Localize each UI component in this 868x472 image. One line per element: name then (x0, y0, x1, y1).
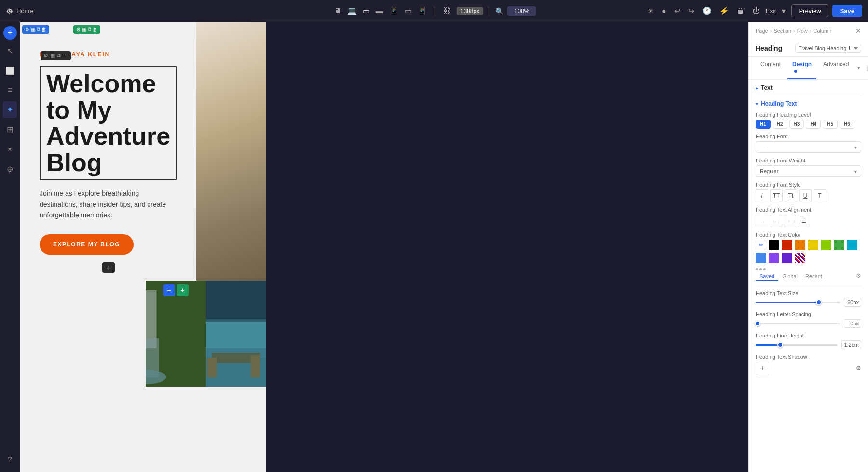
close-panel-button[interactable]: ✕ (855, 27, 861, 35)
tab-content[interactable]: Content (756, 57, 786, 79)
color-swatch-yellow[interactable] (808, 240, 818, 250)
history-icon[interactable]: 🕐 (700, 4, 714, 17)
row-delete-icon[interactable]: 🗑 (93, 27, 97, 32)
section-layout-icon[interactable]: ▦ (31, 27, 35, 32)
heading-font-dropdown[interactable]: — ▾ (756, 141, 861, 153)
add-element-button[interactable]: + (3, 26, 17, 40)
color-swatch-blue[interactable] (756, 253, 766, 263)
sidebar-icon-widget[interactable]: ⊞ (3, 121, 17, 138)
shadow-settings-icon[interactable]: ⚙ (856, 365, 861, 372)
heading-font-weight-dropdown[interactable]: Regular ▾ (756, 165, 861, 177)
row-layout-icon[interactable]: ▦ (82, 27, 86, 32)
undo-icon[interactable]: ↩ (672, 4, 682, 17)
sidebar-icon-lines[interactable]: ≡ (4, 82, 16, 98)
color-swatch-teal[interactable] (847, 240, 857, 250)
heading-text-section-header[interactable]: ▾ Heading Text (756, 100, 861, 107)
text-shadow-add-button[interactable]: + (756, 362, 769, 375)
heading-level-h4[interactable]: H4 (806, 120, 821, 129)
theme-toggle[interactable]: ● (660, 5, 668, 17)
htb-grid-icon[interactable]: ▦ (50, 53, 55, 59)
letter-spacing-slider-thumb[interactable] (755, 321, 760, 326)
fullscreen-button[interactable]: ⬜ (864, 63, 868, 73)
line-height-slider-track[interactable] (756, 344, 838, 346)
desktop-wide-icon[interactable]: ▭ (361, 4, 372, 17)
color-swatch-red[interactable] (782, 240, 792, 250)
sidebar-icon-pointer[interactable]: ↖ (3, 42, 17, 59)
color-swatch-green[interactable] (834, 240, 844, 250)
text-size-slider-track[interactable] (756, 302, 840, 303)
line-height-slider-thumb[interactable] (777, 342, 783, 348)
redo-icon[interactable]: ↪ (686, 4, 696, 17)
breadcrumb-section[interactable]: Section (773, 28, 791, 34)
preview-button[interactable]: Preview (791, 4, 828, 17)
htb-col-icon[interactable]: ⧉ (57, 53, 61, 59)
uppercase-button[interactable]: TT (770, 189, 783, 202)
color-swatch-black[interactable] (769, 240, 779, 250)
letter-spacing-slider-track[interactable] (756, 323, 840, 324)
heading-level-h6[interactable]: H6 (840, 120, 854, 129)
tablet-landscape-icon[interactable]: ▬ (374, 5, 385, 17)
cta-button[interactable]: EXPLORE MY BLOG (40, 234, 134, 255)
heading-level-h1[interactable]: H1 (756, 120, 771, 129)
section-toolbar[interactable]: ⚙ ▦ ⧉ 🗑 (22, 25, 49, 34)
home-nav[interactable]: Home (6, 7, 33, 15)
expand-button[interactable]: ▾ (855, 63, 862, 73)
align-right-button[interactable]: ≡ (784, 215, 796, 227)
text-size-value[interactable]: 60px (844, 298, 861, 307)
search-icon[interactable]: 🔍 (495, 7, 503, 15)
color-tab-global[interactable]: Global (778, 272, 801, 281)
line-height-value[interactable]: 1.2em (841, 340, 861, 349)
text-size-slider-thumb[interactable] (816, 299, 822, 305)
color-swatch-yellow-green[interactable] (821, 240, 831, 250)
breadcrumb-page[interactable]: Page (756, 28, 768, 34)
power-icon[interactable]: ⏻ (750, 5, 762, 17)
text-section-header[interactable]: ▸ Text (756, 84, 861, 91)
row-settings-icon[interactable]: ⚙ (76, 27, 81, 32)
sidebar-icon-help[interactable]: ? (4, 452, 16, 468)
phone-landscape-icon[interactable]: ▭ (403, 4, 414, 17)
tab-design[interactable]: Design (787, 57, 816, 79)
color-swatch-orange[interactable] (795, 240, 805, 250)
trash-icon[interactable]: 🗑 (735, 5, 746, 17)
color-swatch-striped[interactable] (795, 253, 805, 263)
tab-advanced[interactable]: Advanced (818, 57, 854, 79)
settings-icon[interactable]: ⚡ (718, 4, 731, 17)
add-row-button[interactable]: + (102, 262, 115, 273)
row-duplicate-icon[interactable]: ⧉ (88, 27, 91, 32)
sidebar-icon-wand[interactable]: ✴ (3, 141, 17, 158)
zoom-input[interactable] (507, 6, 536, 16)
section-duplicate-icon[interactable]: ⧉ (37, 27, 40, 32)
photo-add-left-button[interactable]: + (163, 284, 175, 296)
row-toolbar[interactable]: ⚙ ▦ ⧉ 🗑 (73, 25, 100, 34)
htb-settings-icon[interactable]: ⚙ (43, 53, 48, 59)
align-justify-button[interactable]: ☰ (798, 215, 810, 227)
heading-level-h3[interactable]: H3 (789, 120, 804, 129)
underline-button[interactable]: U (799, 189, 812, 202)
small-caps-button[interactable]: Tt (785, 189, 797, 202)
photo-add-right-button[interactable]: + (177, 284, 189, 296)
color-swatch-purple[interactable] (769, 253, 779, 263)
sun-icon[interactable]: ☀ (645, 4, 656, 17)
letter-spacing-value[interactable]: 0px (844, 319, 861, 328)
color-edit-icon[interactable]: ✏ (756, 240, 766, 250)
color-tab-recent[interactable]: Recent (801, 272, 826, 281)
laptop-icon[interactable]: 💻 (345, 4, 359, 17)
heading-block[interactable]: ⚙ ▦ ⧉ ⋯ Welcome to My Adventure Blog (40, 66, 177, 180)
tablet-icon[interactable]: 📱 (387, 4, 401, 17)
template-select[interactable]: Travel Blog Heading 1 (795, 44, 861, 53)
strikethrough-button[interactable]: T (814, 189, 826, 202)
align-center-button[interactable]: ≡ (770, 215, 782, 227)
save-button[interactable]: Save (832, 5, 862, 17)
heading-level-h5[interactable]: H5 (823, 120, 838, 129)
heading-level-h2[interactable]: H2 (773, 120, 787, 129)
color-tab-saved[interactable]: Saved (756, 272, 778, 281)
link-icon[interactable]: ⛓ (441, 5, 453, 17)
sidebar-icon-cursor[interactable]: ✦ (3, 101, 17, 118)
color-swatch-purple-dark[interactable] (782, 253, 792, 263)
section-delete-icon[interactable]: 🗑 (41, 27, 46, 32)
htb-more-icon[interactable]: ⋯ (63, 53, 68, 59)
phone-icon[interactable]: 📱 (416, 4, 429, 17)
breadcrumb-row[interactable]: Row (797, 28, 808, 34)
section-settings-icon[interactable]: ⚙ (25, 27, 29, 32)
desktop-icon[interactable]: 🖥 (332, 5, 343, 17)
